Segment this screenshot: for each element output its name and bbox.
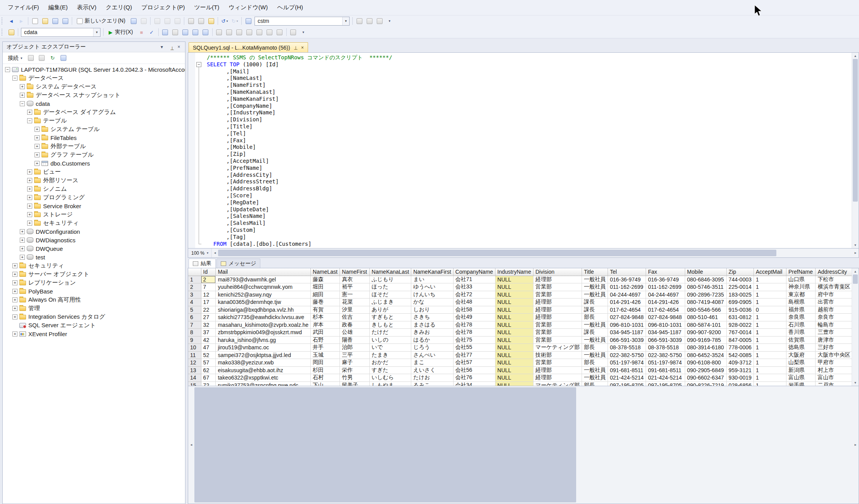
grid-cell[interactable]: 福井県 [786,306,816,314]
grid-cell[interactable]: rumiko37753@zspcnfpq.pwe.ndc [216,382,311,387]
standard-toolbar-overflow[interactable]: ▾ [385,16,394,26]
grid-cell[interactable]: 021-424-5214 [646,374,685,382]
grid-cell[interactable]: 028-6856 [727,382,754,387]
grid-cell[interactable]: NULL [495,306,533,314]
grid-cell[interactable]: 022-382-5750 [608,352,646,359]
grid-cell[interactable]: NULL [495,329,533,337]
grid-cell[interactable]: たけお [411,374,453,382]
grid-cell[interactable]: 32 [201,321,216,329]
grid-column-header[interactable]: IndustryName [495,268,533,276]
grid-cell[interactable]: いで [370,344,412,352]
grid-cell[interactable]: 767-0014 [727,329,754,337]
grid-column-header[interactable]: PrefName [786,268,816,276]
sql-line[interactable]: ,[PrefName] [207,165,852,172]
grid-cell[interactable]: じろう [411,344,453,352]
expand-icon[interactable]: + [35,152,40,157]
scroll-right-icon[interactable]: ► [852,443,859,447]
grid-cell[interactable]: きしもと [370,321,412,329]
nav-back-icon[interactable]: ◄ [7,16,16,26]
grid-cell[interactable]: 会社78 [454,321,495,329]
grid-horizontal-scrollbar[interactable]: ◄ ► [188,386,859,504]
grid-cell[interactable]: 営業部 [533,321,582,329]
grid-row-number[interactable]: 11 [188,352,201,359]
grid-cell[interactable]: 080-6846-3095 [685,276,727,284]
grid-cell[interactable]: けんいち [411,291,453,299]
sql-line[interactable]: ,[Title] [207,123,852,130]
grid-cell[interactable]: 部長 [582,314,608,321]
sql-line[interactable]: ,[NameKanaFirst] [207,96,852,103]
sql-line[interactable]: ,[Tel] [207,130,852,137]
specify-template-values-icon[interactable] [289,28,298,37]
expand-icon[interactable]: + [27,186,32,192]
grid-cell[interactable]: 959-3121 [727,367,754,375]
scroll-up-icon[interactable]: ▲ [852,53,859,59]
sql-line[interactable]: ,[NameLast] [207,75,852,82]
grid-cell[interactable]: NULL [495,337,533,344]
tree-item[interactable]: +ストレージ [3,210,185,219]
new-database-engine-query-icon[interactable] [129,16,138,26]
increase-indent-icon[interactable] [275,28,284,37]
attach-database-icon[interactable] [163,16,172,26]
connect-button[interactable]: 接続 ▾ [5,54,25,62]
expand-icon[interactable]: + [35,127,40,132]
grid-cell[interactable]: 大阪府 [786,352,816,359]
grid-cell[interactable]: 051-197-9874 [608,359,646,367]
tree-item[interactable]: +管理 [3,304,185,312]
sql-line[interactable]: ,[NameKanaLast] [207,89,852,96]
menu-window[interactable]: ウィンドウ(W) [224,0,272,15]
toolbar-grip[interactable] [2,17,4,24]
grid-cell[interactable]: sakichi27735@eawhdickv.lvvsu.ave [216,314,311,321]
close-tab-icon[interactable]: × [301,45,304,50]
expand-icon[interactable]: + [12,289,17,294]
grid-cell[interactable]: shioriariga@bxqdhbnpa.vvlz.hh [216,306,311,314]
grid-column-header[interactable]: CompanyName [454,268,495,276]
grid-cell[interactable]: zbmstrbppkimio049@ojsskzrt.mwd [216,329,311,337]
grid-cell[interactable]: kana00365@denmhqe.tjw [216,299,311,306]
sql-line[interactable]: ,[NameFirst] [207,82,852,89]
grid-cell[interactable]: 080-5546-566 [685,306,727,314]
sql-line[interactable]: ,[CompanyName] [207,103,852,110]
grid-cell[interactable]: 096-810-1031 [646,321,685,329]
grid-cell[interactable]: 汐里 [340,306,369,314]
tree-item[interactable]: +サーバー オブジェクト [3,270,185,278]
cancel-query-icon[interactable]: ■ [137,28,146,37]
grid-cell[interactable]: 57 [201,359,216,367]
tree-item[interactable]: +Integration Services カタログ [3,312,185,321]
grid-cell[interactable]: いしの [370,337,412,344]
code-fold-icon[interactable]: − [196,62,201,67]
comment-out-icon[interactable] [245,28,254,37]
tree-item[interactable]: +セキュリティ [3,261,185,270]
grid-cell[interactable]: 営業部 [533,359,582,367]
grid-cell[interactable]: 542-0085 [727,352,754,359]
grid-cell[interactable]: 1 [754,276,786,284]
grid-cell[interactable]: haruka_ishino@jfvns.gg [216,337,311,344]
grid-cell[interactable]: 034-945-1187 [646,329,685,337]
document-tab[interactable]: SQLQuery1.sql - L...KotaMiyamoto (56)) ⊤… [189,42,308,52]
grid-cell[interactable]: 1 [754,337,786,344]
grid-cell[interactable]: 1 [754,283,786,291]
results-to-file-icon[interactable] [235,28,244,37]
grid-cell[interactable]: さんぺい [411,352,453,359]
grid-cell[interactable]: 1 [754,314,786,321]
grid-scroll-thumb[interactable] [853,274,858,284]
expand-icon[interactable]: + [20,229,25,234]
grid-cell[interactable]: 会社34 [454,382,495,387]
grid-cell[interactable]: 096-810-1031 [608,321,646,329]
tree-item[interactable]: −cdata [3,99,185,108]
grid-cell[interactable]: 治郎 [340,344,369,352]
grid-cell[interactable]: 22 [201,306,216,314]
grid-cell[interactable]: ありが [370,306,412,314]
results-to-text-icon[interactable] [215,28,224,37]
open-file-icon[interactable] [40,16,50,26]
grid-corner-cell[interactable] [188,268,201,276]
tree-item[interactable]: +プログラミング [3,193,185,202]
grid-cell[interactable]: 2 [201,276,216,284]
grid-cell[interactable]: 一般社員 [582,337,608,344]
grid-column-header[interactable]: Mail [216,268,311,276]
grid-cell[interactable]: 091-681-8511 [608,367,646,375]
grid-cell[interactable]: まさはる [411,321,453,329]
grid-cell[interactable]: 石川県 [786,321,816,329]
expand-icon[interactable]: + [27,204,32,209]
grid-cell[interactable]: 011-162-2699 [608,283,646,291]
grid-cell[interactable]: 堀田 [311,283,340,291]
